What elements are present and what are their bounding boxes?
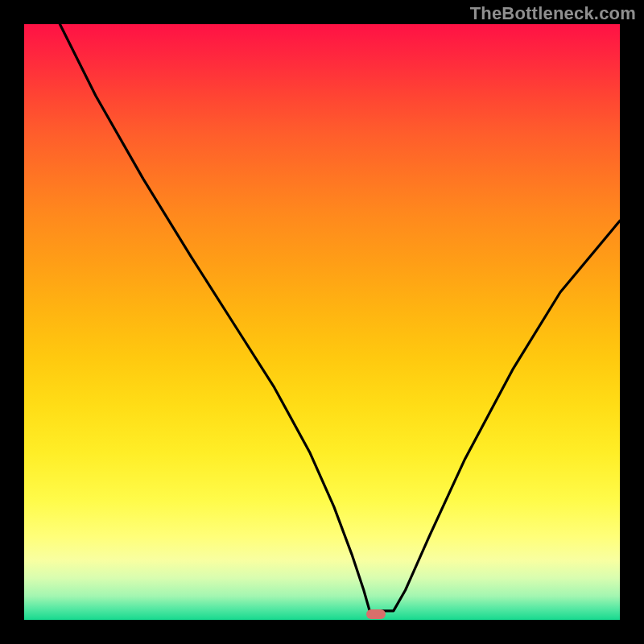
watermark-text: TheBottleneck.com (470, 3, 636, 24)
bottleneck-curve (24, 24, 620, 620)
plot-area (24, 24, 620, 620)
optimal-point-marker (366, 609, 386, 619)
chart-frame: TheBottleneck.com (0, 0, 644, 644)
